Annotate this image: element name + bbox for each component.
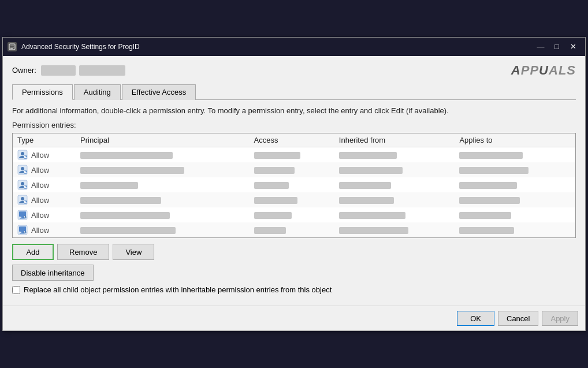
close-button[interactable]: ✕ (565, 41, 580, 53)
cell-applies-to (455, 177, 575, 192)
col-principal: Principal (76, 133, 250, 147)
cell-principal (76, 207, 250, 222)
user-icon (17, 150, 28, 160)
cell-access (250, 192, 334, 207)
replace-checkbox[interactable] (12, 286, 20, 294)
cell-type: Allow (13, 177, 76, 192)
ok-button[interactable]: OK (457, 311, 494, 326)
title-bar: Advanced Security Settings for ProgID — … (3, 38, 585, 56)
permission-table-wrapper: Type Principal Access Inherited from App… (12, 133, 576, 238)
type-label: Allow (31, 181, 49, 189)
cell-type: Allow (13, 222, 76, 237)
action-buttons-row: Add Remove View (12, 244, 576, 260)
user-icon (17, 165, 28, 175)
cell-applies-to (455, 147, 575, 163)
cell-principal (76, 162, 250, 177)
svg-rect-32 (21, 232, 24, 233)
table-row[interactable]: Allow (13, 147, 575, 163)
tab-permissions[interactable]: Permissions (12, 84, 73, 100)
svg-rect-3 (10, 48, 13, 49)
user-icon (17, 180, 28, 190)
table-row[interactable]: Allow (13, 207, 575, 222)
table-row[interactable]: Allow (13, 192, 575, 207)
type-label: Allow (31, 166, 49, 174)
disable-inheritance-button[interactable]: Disable inheritance (12, 265, 94, 281)
main-window: Advanced Security Settings for ProgID — … (2, 37, 586, 331)
type-label: Allow (31, 151, 49, 159)
cell-type: Allow (13, 192, 76, 207)
window-icon (8, 42, 17, 51)
tab-auditing[interactable]: Auditing (74, 84, 121, 100)
svg-point-29 (24, 216, 25, 217)
type-label: Allow (31, 211, 49, 220)
window-body: Owner: APPUALS Permissions Auditing Effe… (3, 56, 585, 306)
cell-access (250, 207, 334, 222)
owner-row: Owner: APPUALS (12, 63, 576, 78)
remove-button[interactable]: Remove (57, 244, 109, 260)
window-controls: — □ ✕ (533, 41, 580, 53)
svg-rect-26 (21, 217, 24, 218)
cell-applies-to (455, 222, 575, 237)
cell-principal (76, 192, 250, 207)
permission-entries-label: Permission entries: (12, 121, 576, 129)
cell-inherited (334, 207, 455, 222)
user-icon (17, 195, 28, 205)
cell-access (250, 177, 334, 192)
cell-type: Allow (13, 147, 76, 163)
cell-inherited (334, 192, 455, 207)
info-text: For additional information, double-click… (12, 106, 576, 116)
bottom-bar: OK Cancel Apply (3, 306, 585, 330)
svg-point-20 (21, 197, 24, 200)
cell-access (250, 147, 334, 163)
col-inherited-from: Inherited from (334, 133, 455, 147)
replace-checkbox-label: Replace all child object permission entr… (24, 285, 332, 294)
apply-button: Apply (542, 311, 578, 326)
table-row[interactable]: Allow (13, 177, 575, 192)
add-button[interactable]: Add (12, 244, 54, 260)
cell-principal (76, 177, 250, 192)
branding-text: APPUALS (511, 63, 576, 77)
cancel-button[interactable]: Cancel (498, 311, 538, 326)
owner-name (41, 65, 125, 76)
table-body: Allow Allow Allow (13, 147, 575, 238)
view-button[interactable]: View (113, 244, 154, 260)
cell-applies-to (455, 192, 575, 207)
replace-checkbox-row: Replace all child object permission entr… (12, 285, 576, 294)
cell-inherited (334, 222, 455, 237)
cell-type: Allow (13, 207, 76, 222)
cell-inherited (334, 162, 455, 177)
table-row[interactable]: Allow (13, 162, 575, 177)
table-header: Type Principal Access Inherited from App… (13, 133, 575, 147)
type-label: Allow (31, 196, 49, 205)
computer-icon (17, 210, 28, 220)
cell-inherited (334, 147, 455, 163)
tab-bar: Permissions Auditing Effective Access (12, 84, 576, 100)
cell-principal (76, 147, 250, 163)
minimize-button[interactable]: — (533, 41, 548, 53)
svg-rect-1 (10, 46, 14, 46)
permission-table: Type Principal Access Inherited from App… (13, 133, 575, 237)
cell-access (250, 222, 334, 237)
svg-point-15 (21, 182, 24, 185)
svg-point-35 (24, 231, 25, 232)
owner-name-blur-2 (79, 65, 125, 76)
tab-effective-access[interactable]: Effective Access (122, 84, 196, 100)
col-type: Type (13, 133, 76, 147)
cell-principal (76, 222, 250, 237)
svg-point-10 (21, 167, 24, 170)
disable-inheritance-row: Disable inheritance (12, 265, 576, 285)
cell-applies-to (455, 162, 575, 177)
owner-name-blur-1 (41, 65, 76, 76)
cell-type: Allow (13, 162, 76, 177)
type-label: Allow (31, 226, 49, 235)
owner-label: Owner: (12, 66, 36, 75)
maximize-button[interactable]: □ (549, 41, 564, 53)
window-title: Advanced Security Settings for ProgID (21, 43, 533, 51)
col-applies-to: Applies to (455, 133, 575, 147)
svg-point-5 (21, 152, 24, 155)
cell-access (250, 162, 334, 177)
svg-rect-2 (10, 47, 14, 47)
table-row[interactable]: Allow (13, 222, 575, 237)
branding: APPUALS (511, 63, 576, 78)
cell-applies-to (455, 207, 575, 222)
